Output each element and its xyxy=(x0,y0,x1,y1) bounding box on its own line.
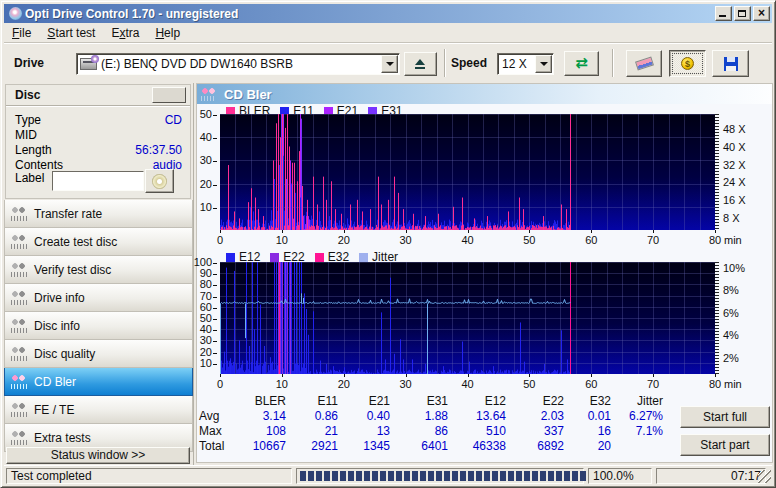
app-icon xyxy=(9,7,22,20)
x-axis-unit: min xyxy=(724,379,742,390)
sidebar-item-cd-bler[interactable]: CD Bler xyxy=(4,368,193,396)
sidebar-item-drive-info[interactable]: Drive info xyxy=(4,284,193,312)
x-axis-tick-label: 10 xyxy=(276,379,288,390)
x-axis-tick xyxy=(468,230,469,233)
stats-header: E31 xyxy=(390,394,448,409)
stats-header: BLER xyxy=(233,394,286,409)
x-axis-tick-label: 50 xyxy=(523,379,535,390)
erase-button[interactable] xyxy=(626,50,662,77)
disc-label-button[interactable] xyxy=(145,169,174,193)
bler-chart-canvas xyxy=(220,114,715,230)
main-panel: CD Bler BLERE11E21E31 102030405048 X40 X… xyxy=(196,83,773,463)
eject-button[interactable] xyxy=(404,52,437,76)
toolbar-separator xyxy=(444,49,446,77)
menu-item-start-test[interactable]: Start test xyxy=(39,24,103,42)
right-axis-label: 4% xyxy=(723,330,739,341)
sidebar-item-label: Transfer rate xyxy=(34,207,102,221)
x-axis-tick-label: 40 xyxy=(461,379,473,390)
sidebar-nav: Transfer rateCreate test discVerify test… xyxy=(4,200,193,452)
y-axis-tick-label: 80 xyxy=(191,279,217,290)
sidebar-item-disc-info[interactable]: Disc info xyxy=(4,312,193,340)
x-axis-tick xyxy=(406,374,407,377)
x-axis-tick-label: 50 xyxy=(523,235,535,246)
y-axis-tick-label: 10 xyxy=(191,202,217,213)
sidebar-item-disc-quality[interactable]: Disc quality xyxy=(4,340,193,368)
right-axis-label: 8 X xyxy=(723,213,740,224)
sidebar-item-verify-test-disc[interactable]: Verify test disc xyxy=(4,256,193,284)
x-axis-tick xyxy=(529,230,530,233)
disc-row-label: Length xyxy=(15,143,52,157)
speed-select[interactable]: 12 X xyxy=(497,53,554,75)
stats-header: E11 xyxy=(286,394,338,409)
stats-header: Jitter xyxy=(611,394,663,409)
drive-select[interactable]: (E:) BENQ DVD DD DW1640 BSRB xyxy=(76,53,400,75)
stats-value: 86 xyxy=(390,424,448,439)
titlebar: Opti Drive Control 1.70 - unregistered × xyxy=(4,4,772,23)
stats-value: 2.03 xyxy=(506,409,564,424)
toolbar: Drive (E:) BENQ DVD DD DW1640 BSRB Speed… xyxy=(4,42,772,82)
x-axis-tick-label: 80 xyxy=(709,379,721,390)
sidebar-item-transfer-rate[interactable]: Transfer rate xyxy=(4,200,193,228)
sidebar-item-label: Verify test disc xyxy=(34,263,111,277)
save-button[interactable] xyxy=(712,50,749,77)
cd-icon xyxy=(152,174,167,189)
eraser-icon xyxy=(635,57,654,71)
sidebar-item-label: Drive info xyxy=(34,291,85,305)
x-axis-tick xyxy=(591,374,592,377)
stats-corner xyxy=(199,394,233,409)
refresh-button[interactable]: ⇄ xyxy=(564,51,599,76)
chevron-down-icon xyxy=(386,62,394,66)
sidebar-item-fe-te[interactable]: FE / TE xyxy=(4,396,193,424)
stats-value: 1.88 xyxy=(390,409,448,424)
stats-value: 0.40 xyxy=(338,409,390,424)
right-axis-label: 10% xyxy=(723,263,745,274)
menubar: FileStart testExtraHelp xyxy=(4,23,772,42)
x-axis-tick-label: 70 xyxy=(647,379,659,390)
legend-swatch xyxy=(226,253,235,262)
right-axis-label: 48 X xyxy=(723,124,746,135)
x-axis-tick-label: 20 xyxy=(338,379,350,390)
stats-value: 6.27% xyxy=(611,409,663,424)
stats-value: 13.64 xyxy=(448,409,506,424)
register-button[interactable]: $ xyxy=(669,50,706,77)
speed-dropdown-button[interactable] xyxy=(535,55,552,73)
maximize-button[interactable] xyxy=(734,6,751,21)
y-axis-tick-label: 50 xyxy=(191,109,217,120)
menu-item-extra[interactable]: Extra xyxy=(103,24,147,42)
status-window-button[interactable]: Status window >> xyxy=(6,447,190,464)
drive-dropdown-button[interactable] xyxy=(381,55,398,73)
x-axis-tick-label: 30 xyxy=(400,379,412,390)
start-full-button[interactable]: Start full xyxy=(680,406,770,428)
minimize-button[interactable] xyxy=(715,6,732,21)
stats-header: E12 xyxy=(448,394,506,409)
resize-grip[interactable] xyxy=(758,470,771,483)
right-axis-ticks xyxy=(715,262,719,374)
stats-value: 7.1% xyxy=(611,424,663,439)
close-button[interactable]: × xyxy=(753,6,770,21)
stats-header: E32 xyxy=(564,394,611,409)
x-axis-tick-label: 60 xyxy=(585,235,597,246)
menu-item-help[interactable]: Help xyxy=(147,24,188,42)
speed-label: Speed xyxy=(451,56,487,70)
test-icon xyxy=(11,235,27,249)
disc-row-value: 56:37.50 xyxy=(135,143,182,157)
sidebar-item-create-test-disc[interactable]: Create test disc xyxy=(4,228,193,256)
status-message: Test completed xyxy=(6,468,292,484)
disc-panel-button[interactable] xyxy=(152,87,186,103)
legend-swatch xyxy=(359,253,368,262)
start-part-button[interactable]: Start part xyxy=(680,434,770,456)
sidebar: Disc TypeCDMIDLength56:37.50Contentsaudi… xyxy=(4,83,194,465)
menu-item-file[interactable]: File xyxy=(4,24,39,42)
y-axis-tick-label: 10 xyxy=(191,358,217,369)
statusbar: Test completed 100.0% 07:17 xyxy=(4,465,772,484)
x-axis-unit: min xyxy=(724,235,742,246)
page-title: CD Bler xyxy=(224,87,272,102)
stats-value: 337 xyxy=(506,424,564,439)
stats-value: 21 xyxy=(286,424,338,439)
y-axis-tick-label: 70 xyxy=(191,291,217,302)
disc-row-length: Length56:37.50 xyxy=(15,143,182,157)
y-axis-tick-label: 40 xyxy=(191,132,217,143)
label-input[interactable] xyxy=(52,171,144,191)
x-axis-tick-label: 40 xyxy=(461,235,473,246)
x-axis-tick xyxy=(406,230,407,233)
